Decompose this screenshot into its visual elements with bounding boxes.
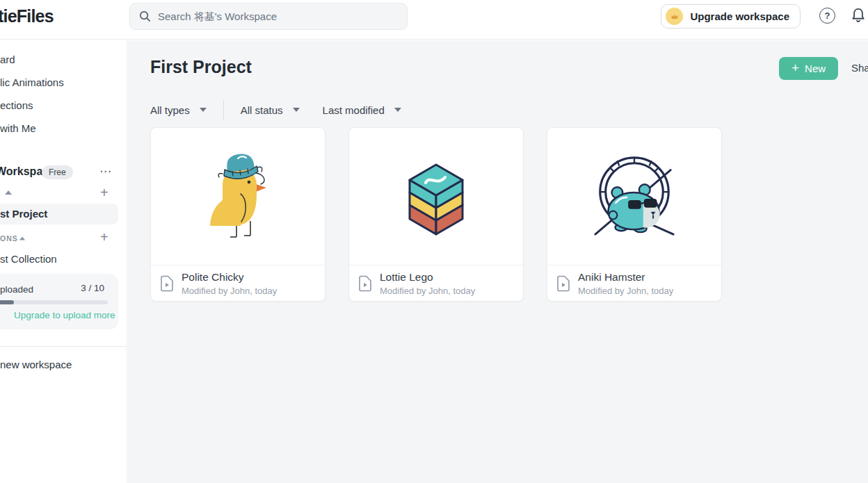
- filter-divider: [223, 99, 224, 120]
- project-label: st Project: [0, 208, 47, 220]
- chevron-down-icon: [200, 108, 207, 112]
- lottie-file-icon: [160, 275, 174, 292]
- question-mark-icon: ?: [825, 10, 830, 21]
- crown-icon: [666, 8, 683, 25]
- workspace-menu-icon[interactable]: ⋯: [99, 164, 112, 179]
- app-window: tieFiles Upgrade workspace ?: [0, 0, 868, 483]
- workspace-header: Workspace Free ⋯: [0, 165, 127, 182]
- upgrade-upload-link[interactable]: Upgrade to upload more: [14, 310, 115, 320]
- filter-all-status[interactable]: All status: [241, 104, 300, 116]
- lottie-file-icon: [358, 275, 372, 292]
- card-info-row: Lottie Lego Modified by John, today: [349, 265, 523, 302]
- card-info-row: Aniki Hamster Modified by John, today: [547, 265, 721, 302]
- upgrade-workspace-label: Upgrade workspace: [690, 10, 789, 22]
- card-info-row: Polite Chicky Modified by John, today: [151, 265, 325, 302]
- collections-section-label: ONS: [0, 234, 18, 243]
- collections-collapse-icon[interactable]: [19, 237, 25, 240]
- add-project-button[interactable]: +: [100, 185, 108, 201]
- chevron-down-icon: [394, 108, 401, 112]
- share-button[interactable]: Sha: [851, 62, 868, 74]
- file-card-aniki-hamster[interactable]: Aniki Hamster Modified by John, today: [547, 127, 722, 302]
- file-title: Aniki Hamster: [578, 271, 673, 284]
- sidebar-item-first-collection[interactable]: st Collection: [0, 253, 57, 265]
- workspace-search[interactable]: [129, 3, 408, 30]
- lottiefiles-logo[interactable]: tieFiles: [0, 6, 54, 26]
- sidebar-divider: [0, 346, 127, 347]
- sidebar-item-shared-with-me[interactable]: with Me: [0, 122, 36, 136]
- main-content: First Project + New Sha All types All st…: [128, 40, 868, 483]
- sidebar-item-public-animations[interactable]: lic Animations: [0, 76, 64, 90]
- filter-all-types[interactable]: All types: [150, 104, 207, 116]
- filter-last-modified[interactable]: Last modified: [323, 104, 401, 116]
- projects-collapse-icon[interactable]: [5, 190, 12, 195]
- top-bar: tieFiles Upgrade workspace ?: [0, 0, 868, 40]
- workspace-plan-badge: Free: [42, 165, 73, 179]
- upload-progress-fill: [0, 300, 14, 304]
- bell-icon: [850, 7, 867, 24]
- upload-quota-count: 3 / 10: [81, 283, 104, 293]
- file-meta: Modified by John, today: [380, 286, 475, 296]
- file-card-polite-chicky[interactable]: Polite Chicky Modified by John, today: [150, 127, 326, 302]
- file-meta: Modified by John, today: [182, 286, 277, 296]
- upload-quota-label: ploaded: [0, 284, 33, 295]
- chevron-down-icon: [293, 108, 300, 112]
- sidebar-item-first-project[interactable]: st Project: [0, 204, 118, 224]
- help-button[interactable]: ?: [819, 8, 835, 24]
- upload-quota-card: ploaded 3 / 10 Upgrade to upload more: [0, 274, 118, 329]
- filter-bar: All types All status Last modified: [150, 101, 401, 118]
- file-grid: Polite Chicky Modified by John, today: [150, 127, 722, 302]
- create-workspace-item[interactable]: new workspace: [0, 359, 72, 370]
- sidebar-item-collections[interactable]: ections: [0, 99, 33, 113]
- add-collection-button[interactable]: +: [100, 229, 108, 245]
- new-button[interactable]: + New: [779, 57, 838, 80]
- filter-last-modified-label: Last modified: [323, 104, 385, 116]
- filter-all-status-label: All status: [241, 104, 283, 116]
- file-title: Lottie Lego: [380, 271, 475, 284]
- file-meta: Modified by John, today: [578, 286, 673, 296]
- new-button-label: New: [805, 63, 826, 74]
- notifications-button[interactable]: [850, 7, 867, 24]
- file-title: Polite Chicky: [182, 271, 277, 284]
- lego-cube-illustration: [349, 128, 523, 265]
- search-input[interactable]: [158, 3, 401, 29]
- hamster-wheel-illustration: [547, 128, 721, 265]
- search-icon: [139, 10, 151, 22]
- filter-all-types-label: All types: [150, 104, 190, 116]
- lottie-file-icon: [556, 275, 570, 292]
- chick-illustration: [151, 128, 325, 265]
- plus-icon: +: [791, 61, 799, 74]
- sidebar: ard lic Animations ections with Me Works…: [0, 40, 127, 483]
- upload-progress-bar: [0, 300, 108, 304]
- file-card-lottie-lego[interactable]: Lottie Lego Modified by John, today: [348, 127, 524, 302]
- page-title: First Project: [150, 57, 252, 77]
- sidebar-item-dashboard[interactable]: ard: [0, 54, 15, 67]
- upgrade-workspace-button[interactable]: Upgrade workspace: [661, 4, 801, 28]
